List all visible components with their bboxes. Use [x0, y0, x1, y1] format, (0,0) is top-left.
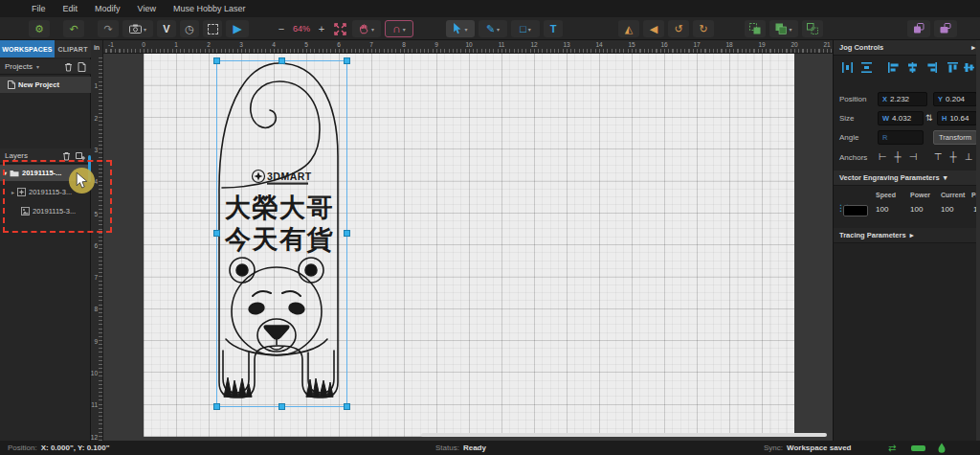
delete-layer-icon[interactable]: [62, 151, 71, 161]
selection-handle-right-mid[interactable]: [344, 230, 350, 237]
selection-handle-left-mid[interactable]: [213, 230, 220, 237]
undo-icon: ↶: [69, 23, 78, 35]
align-right-button[interactable]: [924, 59, 939, 75]
new-project-icon[interactable]: [78, 62, 86, 72]
selection-handle-bottom-right[interactable]: [344, 403, 350, 410]
anchor-center-h-button[interactable]: ┼: [891, 151, 904, 162]
current-value[interactable]: 100: [941, 205, 953, 214]
chevron-down-icon[interactable]: ▾: [36, 63, 39, 70]
delete-project-icon[interactable]: [64, 62, 73, 72]
tab-workspaces[interactable]: WORKSPACES: [0, 40, 55, 57]
zoom-fit-button[interactable]: [331, 20, 348, 37]
redo-button[interactable]: ↷: [98, 20, 119, 37]
menu-muse-hobby-laser[interactable]: Muse Hobby Laser: [173, 4, 246, 13]
layer-color-swatch[interactable]: [843, 205, 868, 216]
canvas-horizontal-scrollbar[interactable]: [421, 433, 827, 437]
boolean-ops-button[interactable]: ▾: [769, 20, 798, 37]
expand-arrow-icon[interactable]: ▸: [971, 43, 975, 52]
transform-button[interactable]: Transform: [933, 130, 977, 145]
h-ruler-tick-label: 19: [758, 41, 765, 48]
h-ruler-tick-label: 17: [693, 41, 700, 48]
tracing-params-header[interactable]: Tracing Parameters ▸: [834, 228, 980, 243]
h-ruler-tick-label: 7: [369, 41, 373, 48]
anchor-top-button[interactable]: ⊤: [931, 151, 945, 162]
h-ruler-tick-label: 5: [304, 41, 308, 48]
align-center-button[interactable]: [904, 59, 920, 75]
size-w-field[interactable]: W4.032: [878, 111, 924, 125]
layers-header: Layers: [0, 148, 91, 164]
anchor-center-v-button[interactable]: ┼: [947, 151, 960, 162]
select-tool-button[interactable]: ▾: [446, 20, 475, 37]
menu-file[interactable]: File: [32, 4, 46, 13]
expander-open-icon[interactable]: ▾: [4, 170, 7, 176]
jog-controls-header[interactable]: Jog Controls ▸: [834, 40, 980, 56]
undo-button[interactable]: ↶: [63, 20, 84, 37]
speed-value[interactable]: 100: [876, 205, 888, 214]
project-item-new-project[interactable]: New Project: [0, 77, 91, 93]
timer-button[interactable]: ◷: [180, 20, 199, 37]
frame-icon: [208, 24, 218, 34]
frame-preview-button[interactable]: [203, 20, 222, 37]
anchor-right-button[interactable]: ⊣: [906, 151, 920, 162]
expand-arrow-icon[interactable]: ▸: [910, 231, 914, 239]
rotate-cw-button[interactable]: ↻: [693, 20, 714, 37]
menu-modify[interactable]: Modify: [95, 4, 121, 13]
workspace-canvas[interactable]: 3DMART 大榮大哥 今天有貨: [103, 54, 833, 441]
align-top-button[interactable]: [945, 59, 960, 75]
group-button[interactable]: [745, 20, 766, 37]
flip-horizontal-button[interactable]: ◀: [643, 20, 664, 37]
right-sidebar: Jog Controls ▸ Position X2.232 Y0.204 Si…: [833, 40, 980, 441]
selection-handle-bottom-left[interactable]: [213, 403, 220, 410]
angle-r-field[interactable]: R: [878, 130, 924, 145]
lock-aspect-icon[interactable]: ⇅: [925, 113, 933, 123]
camera-capture-button[interactable]: ▾: [122, 20, 153, 37]
vector-view-button[interactable]: V: [157, 20, 176, 37]
layer-row-folder[interactable]: ▾ 20191115-...: [0, 165, 91, 181]
expander-closed-icon[interactable]: ▸: [11, 189, 14, 195]
layer-row-vector[interactable]: ▸ 20191115-3...: [0, 184, 91, 200]
layer-row-image[interactable]: 20191115-3...: [0, 203, 91, 219]
text-tool-button[interactable]: T: [544, 20, 563, 37]
shape-tool-button[interactable]: □ ▾: [511, 20, 540, 37]
position-label: Position: [839, 95, 866, 103]
distribute-vertical-button[interactable]: [858, 59, 874, 75]
ungroup-button[interactable]: [802, 20, 823, 37]
copy-button[interactable]: [907, 20, 930, 37]
pen-tool-button[interactable]: ✎ ▾: [479, 20, 507, 37]
settings-button[interactable]: ⚙: [29, 20, 50, 37]
h-ruler-tick-label: -1: [108, 41, 114, 48]
vector-params-header[interactable]: Vector Engraving Parameters ▾: [834, 171, 980, 186]
add-layer-icon[interactable]: [76, 151, 86, 161]
zoom-level[interactable]: 64%: [289, 20, 314, 37]
anchor-left-button[interactable]: ⊢: [876, 151, 889, 162]
selection-handle-top-right[interactable]: [344, 57, 350, 64]
run-job-button[interactable]: ▶: [226, 20, 249, 37]
snap-tool-button[interactable]: ∩ ▾: [385, 20, 413, 37]
selection-bounding-box[interactable]: [216, 60, 347, 407]
text-tool-icon: T: [550, 23, 557, 34]
distribute-horizontal-button[interactable]: [839, 59, 855, 75]
position-x-field[interactable]: X2.232: [878, 92, 927, 106]
zoom-out-button[interactable]: −: [276, 20, 287, 37]
rotate-ccw-button[interactable]: ↺: [668, 20, 689, 37]
paste-button[interactable]: [934, 20, 957, 37]
selection-handle-bottom-mid[interactable]: [278, 403, 285, 410]
right-panel-scrollbar[interactable]: [976, 40, 980, 441]
position-y-field[interactable]: Y0.204: [933, 92, 977, 106]
menu-edit[interactable]: Edit: [63, 4, 78, 13]
selection-handle-top-left[interactable]: [213, 57, 220, 64]
sync-arrows-icon: ⇄: [888, 441, 896, 455]
power-value[interactable]: 100: [910, 205, 923, 214]
align-left-button[interactable]: [885, 59, 901, 75]
collapse-arrow-icon[interactable]: ▾: [944, 173, 947, 182]
menu-view[interactable]: View: [138, 4, 156, 13]
flip-vertical-button[interactable]: ◭: [618, 20, 639, 37]
anchor-bottom-button[interactable]: ⊥: [962, 151, 975, 162]
h-ruler-tick-label: 12: [530, 41, 537, 48]
application-window: File Edit Modify View Muse Hobby Laser ⚙…: [0, 0, 980, 455]
tab-clipart[interactable]: CLIPART: [55, 40, 91, 57]
pan-tool-button[interactable]: ▾: [352, 20, 381, 37]
selection-handle-top-mid[interactable]: [278, 57, 285, 64]
size-h-field[interactable]: H10.64: [937, 111, 977, 125]
zoom-in-button[interactable]: +: [316, 20, 327, 37]
